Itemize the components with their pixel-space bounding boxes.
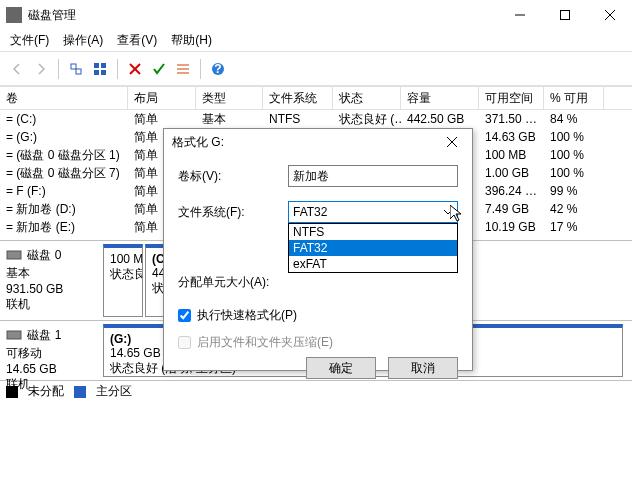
compress-checkbox xyxy=(178,336,191,349)
partition[interactable]: 100 M状态良 xyxy=(103,244,143,317)
disk-label[interactable]: 磁盘 0基本931.50 GB联机 xyxy=(0,241,100,320)
help-icon[interactable]: ? xyxy=(207,58,229,80)
cancel-button[interactable]: 取消 xyxy=(388,357,458,379)
table-header: 卷 布局 类型 文件系统 状态 容量 可用空间 % 可用 xyxy=(0,86,632,110)
svg-rect-18 xyxy=(7,331,21,339)
back-icon xyxy=(6,58,28,80)
disk-label[interactable]: 磁盘 1可移动14.65 GB联机 xyxy=(0,321,100,380)
label-filesystem: 文件系统(F): xyxy=(178,204,288,221)
svg-rect-5 xyxy=(76,69,81,74)
dialog-title: 格式化 G: xyxy=(172,134,440,151)
menu-view[interactable]: 查看(V) xyxy=(111,30,163,51)
refresh-icon[interactable] xyxy=(65,58,87,80)
close-button[interactable] xyxy=(587,0,632,30)
svg-rect-6 xyxy=(94,63,99,68)
menu-action[interactable]: 操作(A) xyxy=(57,30,109,51)
delete-icon[interactable] xyxy=(124,58,146,80)
th-type[interactable]: 类型 xyxy=(196,87,263,109)
th-free[interactable]: 可用空间 xyxy=(479,87,544,109)
svg-text:?: ? xyxy=(214,62,221,76)
menubar: 文件(F) 操作(A) 查看(V) 帮助(H) xyxy=(0,30,632,52)
cursor-icon xyxy=(450,205,466,225)
th-layout[interactable]: 布局 xyxy=(128,87,196,109)
quick-format-checkbox[interactable] xyxy=(178,309,191,322)
properties-icon[interactable] xyxy=(89,58,111,80)
toolbar: ? xyxy=(0,52,632,86)
forward-icon xyxy=(30,58,52,80)
app-icon xyxy=(6,7,22,23)
menu-file[interactable]: 文件(F) xyxy=(4,30,55,51)
dialog-close-button[interactable] xyxy=(440,130,464,154)
check-icon[interactable] xyxy=(148,58,170,80)
titlebar: 磁盘管理 xyxy=(0,0,632,30)
quick-format-label: 执行快速格式化(P) xyxy=(197,307,297,324)
th-pct[interactable]: % 可用 xyxy=(544,87,604,109)
th-status[interactable]: 状态 xyxy=(333,87,401,109)
fs-option-fat32[interactable]: FAT32 xyxy=(289,240,457,256)
svg-rect-17 xyxy=(7,251,21,259)
maximize-button[interactable] xyxy=(542,0,587,30)
fs-option-ntfs[interactable]: NTFS xyxy=(289,224,457,240)
window-title: 磁盘管理 xyxy=(28,7,497,24)
legend-primary: 主分区 xyxy=(96,383,132,400)
disk-icon xyxy=(6,327,24,345)
label-allocation-unit: 分配单元大小(A): xyxy=(178,274,288,291)
label-volume: 卷标(V): xyxy=(178,168,288,185)
swatch-unallocated xyxy=(6,386,18,398)
filesystem-combo-value: FAT32 xyxy=(293,205,327,219)
list-icon[interactable] xyxy=(172,58,194,80)
svg-rect-8 xyxy=(94,70,99,75)
minimize-button[interactable] xyxy=(497,0,542,30)
format-dialog: 格式化 G: 卷标(V): 文件系统(F): FAT32 NTFS FAT32 … xyxy=(163,128,473,371)
compress-label: 启用文件和文件夹压缩(E) xyxy=(197,334,333,351)
table-row[interactable]: = (C:)简单基本NTFS状态良好 (…442.50 GB371.50 …84… xyxy=(0,110,632,128)
th-volume[interactable]: 卷 xyxy=(0,87,128,109)
disk-icon xyxy=(6,247,24,265)
filesystem-combo[interactable]: FAT32 xyxy=(288,201,458,223)
th-cap[interactable]: 容量 xyxy=(401,87,479,109)
fs-option-exfat[interactable]: exFAT xyxy=(289,256,457,272)
filesystem-combo-list: NTFS FAT32 exFAT xyxy=(288,223,458,273)
swatch-primary xyxy=(74,386,86,398)
svg-rect-9 xyxy=(101,70,106,75)
svg-rect-1 xyxy=(560,11,569,20)
legend-unallocated: 未分配 xyxy=(28,383,64,400)
ok-button[interactable]: 确定 xyxy=(306,357,376,379)
svg-rect-4 xyxy=(71,64,76,69)
volume-label-input[interactable] xyxy=(288,165,458,187)
svg-rect-7 xyxy=(101,63,106,68)
menu-help[interactable]: 帮助(H) xyxy=(165,30,218,51)
th-fs[interactable]: 文件系统 xyxy=(263,87,333,109)
